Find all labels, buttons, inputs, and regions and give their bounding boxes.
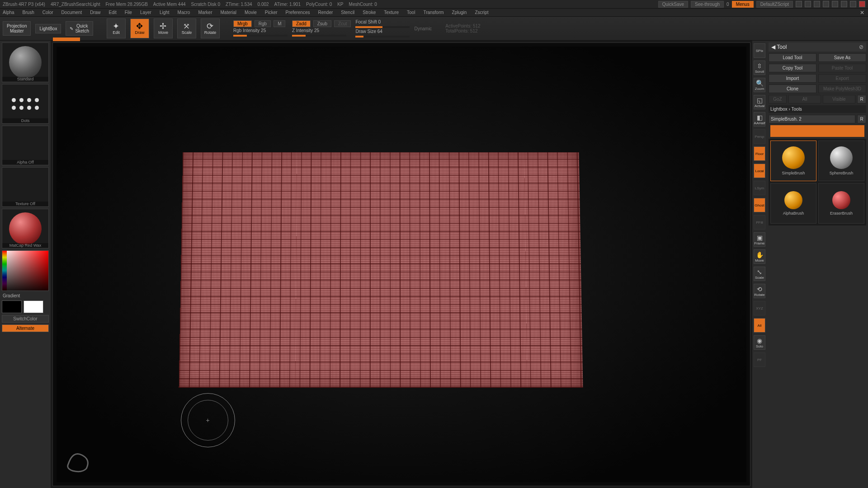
xpose-button[interactable]: All <box>754 318 765 333</box>
polyframe-button[interactable]: PF <box>754 352 765 367</box>
menu-item[interactable]: Alpha <box>3 10 14 15</box>
paste-tool-button[interactable]: Paste Tool <box>818 64 866 72</box>
menu-item[interactable]: Tool <box>407 10 415 15</box>
menu-item[interactable]: File <box>125 10 132 15</box>
scale-nav-button[interactable]: ⤡Scale <box>754 267 765 281</box>
scroll-button[interactable]: ⇳Scroll <box>754 61 765 75</box>
menu-item[interactable]: Picker <box>265 10 278 15</box>
menu-item[interactable]: Render <box>318 10 333 15</box>
draw-button[interactable]: ✥Draw <box>130 19 149 38</box>
lsym-button[interactable]: LSym <box>754 181 765 195</box>
goz-all-button[interactable]: All <box>788 95 821 103</box>
r-button[interactable]: R <box>857 95 866 103</box>
save-as-button[interactable]: Save As <box>818 53 866 62</box>
pin-icon[interactable]: ⊘ <box>859 44 863 50</box>
local-button[interactable]: Local <box>754 164 765 178</box>
load-tool-button[interactable]: Load Tool <box>769 53 816 62</box>
menu-item[interactable]: Zscript <box>475 10 488 15</box>
minimize-icon[interactable] <box>841 1 847 7</box>
tool-spherebrush[interactable]: SphereBrush <box>818 141 864 181</box>
draw-size-slider[interactable] <box>355 36 410 38</box>
brush-slot[interactable]: Standard <box>2 42 49 82</box>
material-slot[interactable]: MatCap Red Wax <box>2 209 49 249</box>
copy-tool-button[interactable]: Copy Tool <box>769 64 816 72</box>
rgb-intensity-slider[interactable] <box>233 35 288 37</box>
r-button-2[interactable]: R <box>857 115 866 123</box>
pfill-button[interactable]: PFill <box>754 215 765 230</box>
frame-button[interactable]: ▣Frame <box>754 232 765 247</box>
menus-button[interactable]: Menus <box>732 1 754 8</box>
persp-button[interactable]: Persp <box>754 129 765 144</box>
actual-button[interactable]: ◱Actual <box>754 95 765 109</box>
move-button[interactable]: ✢Move <box>154 19 173 38</box>
texture-slot[interactable]: Texture Off <box>2 167 49 207</box>
default-script[interactable]: DefaultZScript <box>756 1 793 8</box>
edit-button[interactable]: ✦Edit <box>107 19 126 38</box>
seethrough-label[interactable]: See-through <box>691 1 724 8</box>
menu-item[interactable]: Light <box>160 10 170 15</box>
menu-item[interactable]: Marker <box>198 10 212 15</box>
focal-shift-slider[interactable] <box>355 26 410 28</box>
z-intensity-slider[interactable] <box>292 35 346 37</box>
menu-item[interactable]: Movie <box>245 10 257 15</box>
current-tool-name[interactable]: SimpleBrush. 2 <box>769 115 855 123</box>
xyz-button[interactable]: XYZ <box>754 301 765 315</box>
lightbox-button[interactable]: LightBox <box>35 24 61 33</box>
tool-eraserbrush[interactable]: EraserBrush <box>818 183 864 224</box>
aahalf-button[interactable]: ◧AAHalf <box>754 112 765 127</box>
rotate-nav-button[interactable]: ⟲Rotate <box>754 284 765 298</box>
color-picker[interactable] <box>2 250 49 291</box>
mesh-object[interactable] <box>179 152 583 387</box>
ghost-button[interactable]: Ghost <box>754 198 765 212</box>
doc-tab[interactable] <box>53 38 80 41</box>
goz-button[interactable]: GoZ <box>769 95 787 103</box>
menu-item[interactable]: Edit <box>109 10 117 15</box>
menu-item[interactable]: Brush <box>23 10 34 15</box>
alpha-slot[interactable]: Alpha Off <box>2 126 49 165</box>
make-polymesh-button[interactable]: Make PolyMesh3D <box>818 84 866 93</box>
window-icon[interactable] <box>832 1 838 7</box>
collapse-icon[interactable]: ◀ <box>771 44 775 50</box>
menu-item[interactable]: Material <box>221 10 237 15</box>
swatch-black[interactable] <box>2 300 22 313</box>
menu-item[interactable]: Layer <box>140 10 151 15</box>
quicksave-button[interactable]: QuickSave <box>658 1 688 8</box>
menu-item[interactable]: Macro <box>178 10 190 15</box>
rgb-button[interactable]: Rgb <box>255 20 271 27</box>
move-nav-button[interactable]: ✋Move <box>754 249 765 264</box>
spix-button[interactable]: SPix <box>754 43 765 58</box>
import-button[interactable]: Import <box>769 74 816 83</box>
window-icon[interactable] <box>796 1 802 7</box>
window-icon[interactable] <box>814 1 820 7</box>
menu-item[interactable]: Stroke <box>363 10 376 15</box>
menu-item[interactable]: Preferences <box>286 10 310 15</box>
menu-item[interactable]: Document <box>61 10 82 15</box>
menu-item[interactable]: Draw <box>90 10 100 15</box>
close-icon[interactable]: ✕ <box>859 9 865 16</box>
zcut-button[interactable]: Zcut <box>334 20 351 27</box>
goz-visible-button[interactable]: Visible <box>823 95 855 103</box>
rotate-button[interactable]: ⟳Rotate <box>201 19 220 38</box>
close-icon[interactable] <box>859 1 865 7</box>
quick-sketch-button[interactable]: ✎Quick Sketch <box>66 21 93 36</box>
alternate-button[interactable]: Alternate <box>2 324 49 332</box>
m-button[interactable]: M <box>274 20 285 27</box>
maximize-icon[interactable] <box>850 1 856 7</box>
viewport[interactable] <box>57 47 746 482</box>
clone-button[interactable]: Clone <box>769 84 816 93</box>
stroke-slot[interactable]: Dots <box>2 84 49 124</box>
menu-item[interactable]: Transform <box>423 10 443 15</box>
canvas-area[interactable] <box>52 42 750 486</box>
menu-item[interactable]: Stencil <box>341 10 354 15</box>
projection-master-button[interactable]: Projection Master <box>3 21 31 36</box>
menu-item[interactable]: Zplugin <box>452 10 467 15</box>
tool-panel-header[interactable]: ◀ Tool⊘ <box>769 42 866 52</box>
hue-strip[interactable] <box>2 251 7 291</box>
dynamic-label[interactable]: Dynamic <box>414 26 432 31</box>
zsub-button[interactable]: Zsub <box>313 20 331 27</box>
swatch-white[interactable] <box>24 300 43 313</box>
export-button[interactable]: Export <box>818 74 866 83</box>
solo-button[interactable]: ◉Solo <box>754 335 765 350</box>
tool-alphabrush[interactable]: AlphaBrush <box>770 183 816 224</box>
menu-item[interactable]: Texture <box>384 10 399 15</box>
